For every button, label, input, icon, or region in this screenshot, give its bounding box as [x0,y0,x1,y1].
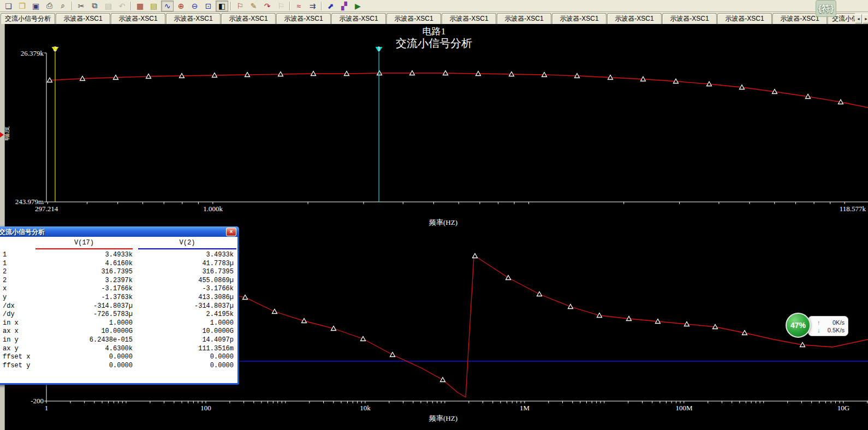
print-icon[interactable]: ⎙ [43,1,56,11]
data-point-marker [473,254,478,258]
grapher-tab-8[interactable]: 示波器-XSC1 [442,13,496,24]
cursor-window-titlebar[interactable]: 交流小信号分析 × [0,226,239,237]
overlay-traces-icon[interactable]: ≈ [293,1,305,11]
grapher-tab-13[interactable]: 示波器-XSC1 [717,13,772,24]
download-speed: 0.5K/s [824,327,845,333]
value-v17: -3.1766k [101,285,133,292]
grapher-tab-5[interactable]: 示波器-XSC1 [276,13,331,24]
cursor-table-row: ffset y0.00000.0000 [0,362,237,371]
cursor-table-row: 23.2397k455.0869µ [0,277,237,285]
ime-indicator-badge[interactable]: {符} [816,0,836,17]
value-v2: 2.4195k [206,310,234,318]
net-speed-overlay: ↑ 0K/s ↓ 0.5K/s 47% [786,313,849,339]
print-preview-icon[interactable]: ⌕ [57,1,69,11]
grapher-tab-2[interactable]: 示波器-XSC1 [111,13,165,24]
export-excel-icon[interactable]: ⬈ [324,1,337,11]
x-tick-label: 1M [520,404,530,412]
labview-export-icon[interactable]: ▶ [352,1,364,11]
value-v17: 3.2397k [105,277,133,284]
cursor-disabled-icon: ⚐ [275,1,287,11]
open-file-icon[interactable]: ❒ [16,1,28,11]
cursor-table-row: 2316.7395316.7395 [0,268,237,277]
show-cursors-icon[interactable]: ⚐ [234,1,246,11]
color-chart-icon[interactable]: ▞ [338,1,350,11]
value-v17: -1.3763k [101,294,133,301]
zoom-out-icon[interactable]: ⊖ [188,1,201,11]
grapher-tab-11[interactable]: 示波器-XSC1 [607,13,662,24]
restore-cursor-icon[interactable]: ↷ [261,1,274,11]
cursor-table-row: /dx-314.8037µ-314.8037µ [0,302,237,311]
row-label: x [3,285,7,292]
progress-percent-badge[interactable]: 47% [786,313,811,338]
grapher-tab-9[interactable]: 示波器-XSC1 [497,13,551,24]
toolbar-separator [321,2,322,10]
grapher-tab-10[interactable]: 示波器-XSC1 [552,13,607,24]
toolbar-separator [230,2,231,10]
save-icon[interactable]: ▣ [29,1,42,11]
cursor-table-row: ax x10.0000G10.0000G [0,327,237,336]
invert-colors-icon[interactable]: ◧ [216,1,228,11]
value-v2: 14.4097p [202,336,234,344]
net-speed-panel: ↑ 0K/s ↓ 0.5K/s [808,316,848,336]
data-point-marker [390,353,395,357]
value-v2: 41.7783µ [202,260,234,267]
cursor-table-row: ffset x0.00000.0000 [0,353,237,362]
x-tick-label: 1 [45,404,49,412]
zoom-in-icon[interactable]: ⊕ [175,1,187,11]
legend-icon[interactable]: ▤ [147,1,160,11]
data-point-marker [506,276,511,280]
tab-scroll-right-button[interactable]: ► [863,14,868,23]
x-axis-title: 频率(HZ) [429,218,457,226]
value-v2: 316.7395 [202,268,234,276]
value-v17: 6.2438e-015 [90,336,133,344]
y-min-label: -200 [31,397,44,405]
edit-cursor-icon[interactable]: ✎ [247,1,260,11]
upload-arrow-icon: ↑ [817,319,824,326]
upload-row: ↑ 0K/s [817,319,845,326]
graph-properties-icon[interactable]: ∿ [161,1,174,11]
value-v2: 111.3516m [198,345,234,353]
tab-bar: 交流小信号分析示波器-XSC1示波器-XSC1示波器-XSC1示波器-XSC1示… [0,12,868,24]
cut-icon[interactable]: ✂ [75,1,87,11]
row-label: /dx [3,302,15,310]
trace-curve [50,73,868,108]
toolbar-separator [289,2,290,10]
grapher-tab-1[interactable]: 示波器-XSC1 [56,13,110,24]
grapher-tab-7[interactable]: 示波器-XSC1 [387,13,441,24]
x-tick-label: 1.000k [203,205,223,213]
grapher-tab-0[interactable]: 交流小信号分析 [1,13,55,24]
new-file-icon[interactable]: ❏ [2,1,15,11]
row-label: y [3,294,7,301]
x-tick-label: 100 [200,404,211,412]
cursor-table-row: /dy-726.5783µ2.4195k [0,310,237,319]
value-v17: -726.5783µ [93,310,133,318]
data-point-marker [441,378,445,382]
tab-scroll-left-button[interactable]: ◄ [855,14,862,23]
grapher-tab-4[interactable]: 示波器-XSC1 [221,13,276,24]
cursor-table-row: in y6.2438e-01514.4097p [0,336,237,345]
value-v17: 4.6300k [105,345,133,353]
row-label: 1 [3,260,7,267]
cursor-values-window: 交流小信号分析 × V(17) V(2) 13.4933k3.4933k14.6… [0,226,239,385]
download-arrow-icon: ↓ [817,327,824,333]
value-v17: 1.0000 [109,319,133,327]
grapher-tab-3[interactable]: 示波器-XSC1 [166,13,221,24]
zoom-restore-icon[interactable]: ⊡ [202,1,215,11]
export-data-icon[interactable]: ⇉ [306,1,319,11]
grapher-tab-12[interactable]: 示波器-XSC1 [662,13,717,24]
grapher-tab-6[interactable]: 示波器-XSC1 [331,13,386,24]
copy-icon[interactable]: ⧉ [88,1,101,11]
cursor-window-title: 交流小信号分析 [0,228,45,237]
cursor-window-body: V(17) V(2) 13.4933k3.4933k14.6160k41.778… [0,237,237,383]
value-v2: 1.0000 [210,319,234,327]
tab-scroll-arrows: ◄ ► [855,14,868,23]
grid-icon[interactable]: ▦ [134,1,146,11]
column-underline-red [35,248,133,249]
analysis-subtitle: 交流小信号分析 [0,36,868,51]
x-tick-label: 100M [675,404,693,412]
x-axis-title: 频率(HZ) [429,414,457,422]
download-row: ↓ 0.5K/s [817,326,845,334]
y-min-label: 243.979m [15,198,44,206]
close-icon[interactable]: × [226,228,236,236]
cursor-table-row: x-3.1766k-3.1766k [0,285,237,294]
